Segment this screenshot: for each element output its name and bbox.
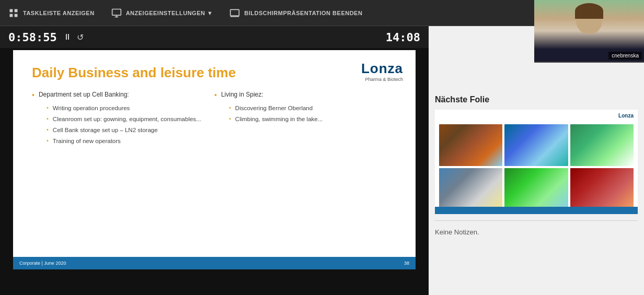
preview-inner: Lonza: [435, 110, 638, 214]
slide-right-col: • Living in Spiez: • Discovering Berner …: [214, 90, 397, 259]
sub-bullet-dot: •: [47, 126, 49, 134]
preview-logo: Lonza: [618, 113, 634, 119]
sub-bullet-dot: •: [229, 115, 231, 123]
photo-field: [570, 124, 634, 166]
next-slide-preview: Lonza: [435, 110, 638, 214]
list-item: • Training of new operators: [39, 137, 214, 145]
toolbar-taskbar[interactable]: TASKLEISTE ANZEIGEN: [8, 8, 95, 18]
webcam-username: cnebrenska: [608, 52, 642, 60]
preview-photo-grid: [439, 124, 634, 210]
bullet-dot: •: [214, 90, 217, 101]
no-notes: Keine Notizen.: [435, 228, 638, 236]
sub-item-text: Training of new operators: [53, 137, 121, 145]
list-item: • Cell Bank storage set up – LN2 storage: [39, 126, 214, 134]
list-item: • Discovering Berner Oberland: [222, 104, 397, 112]
photo-sea: [504, 124, 568, 166]
sub-bullet-dot: •: [47, 115, 49, 123]
restart-button[interactable]: ↺: [77, 32, 84, 42]
timer-bar: 0:58:55 ⏸ ↺ 14:08: [0, 26, 429, 48]
slide-footer: Corporate | June 2020 38: [13, 257, 416, 269]
toolbar-taskbar-label: TASKLEISTE ANZEIGEN: [23, 10, 95, 16]
divider: [435, 220, 638, 221]
slide-footer-text: Corporate | June 2020: [19, 261, 66, 266]
grid-icon: [8, 8, 19, 18]
elapsed-time: 0:58:55: [8, 31, 57, 44]
list-item: • Cleanroom set up: gowning, equipment, …: [39, 115, 214, 123]
svg-rect-0: [10, 9, 13, 12]
list-item: • Writing operation procedures: [39, 104, 214, 112]
slide-footer-num: 38: [404, 261, 409, 266]
slide-left-col: • Department set up Cell Banking: • Writ…: [32, 90, 214, 259]
toolbar-display[interactable]: ANZEIGEEINSTELLUNGEN ▼: [111, 8, 213, 18]
svg-rect-1: [15, 9, 18, 12]
next-slide-label: Nächste Folie: [435, 95, 638, 104]
photo-trees: [504, 168, 568, 210]
toolbar-end[interactable]: BILDSCHIRMPRÄSENTATION BEENDEN: [229, 8, 362, 18]
right-header-text: Living in Spiez:: [221, 90, 263, 99]
svg-rect-3: [15, 14, 18, 17]
svg-rect-4: [112, 9, 121, 15]
presentation-area: 0:58:55 ⏸ ↺ 14:08 Daily Business and lei…: [0, 26, 429, 295]
toolbar-end-label: BILDSCHIRMPRÄSENTATION BEENDEN: [244, 10, 362, 16]
logo-sub: Pharma & Biotech: [365, 77, 403, 82]
slide-inner: Daily Business and leisure time Lonza Ph…: [13, 50, 416, 269]
slide: Daily Business and leisure time Lonza Ph…: [13, 50, 416, 269]
sub-item-text: Cleanroom set up: gowning, equipment, co…: [53, 115, 201, 123]
right-panel: cnebrenska Nächste Folie Lonza Keine Not: [429, 26, 644, 295]
toolbar-display-label: ANZEIGEEINSTELLUNGEN ▼: [126, 10, 213, 16]
left-col-header: • Department set up Cell Banking:: [32, 90, 214, 101]
photo-coast: [439, 168, 502, 210]
svg-rect-2: [10, 14, 13, 17]
presentation-icon: [229, 8, 240, 18]
pause-button[interactable]: ⏸: [63, 32, 72, 42]
sub-bullet-dot: •: [47, 137, 49, 145]
remaining-time: 14:08: [386, 31, 420, 44]
webcam-overlay: cnebrenska: [534, 0, 644, 63]
timer-left: 0:58:55 ⏸ ↺: [8, 31, 84, 44]
sub-item-text: Cell Bank storage set up – LN2 storage: [53, 126, 158, 134]
bullet-dot: •: [32, 90, 34, 101]
sub-item-text: Climbing, swimming in the lake...: [235, 115, 323, 123]
sub-item-text: Discovering Berner Oberland: [235, 104, 313, 112]
main-area: 0:58:55 ⏸ ↺ 14:08 Daily Business and lei…: [0, 26, 644, 295]
slide-logo: Lonza Pharma & Biotech: [361, 61, 403, 82]
list-item: • Climbing, swimming in the lake...: [222, 115, 397, 123]
svg-rect-7: [231, 9, 239, 16]
sub-bullet-dot: •: [47, 104, 49, 112]
slide-title: Daily Business and leisure time: [32, 65, 397, 81]
sub-bullet-dot: •: [229, 104, 231, 112]
sub-item-text: Writing operation procedures: [53, 104, 130, 112]
slide-container: Daily Business and leisure time Lonza Ph…: [0, 48, 429, 295]
left-header-text: Department set up Cell Banking:: [39, 90, 129, 99]
monitor-icon: [111, 8, 122, 18]
logo-text: Lonza: [361, 61, 403, 77]
photo-group: [570, 168, 634, 210]
right-col-header: • Living in Spiez:: [214, 90, 397, 101]
photo-volcano: [439, 124, 502, 166]
preview-footer: [435, 207, 638, 214]
timer-controls: ⏸ ↺: [63, 32, 84, 42]
slide-columns: • Department set up Cell Banking: • Writ…: [32, 90, 397, 259]
